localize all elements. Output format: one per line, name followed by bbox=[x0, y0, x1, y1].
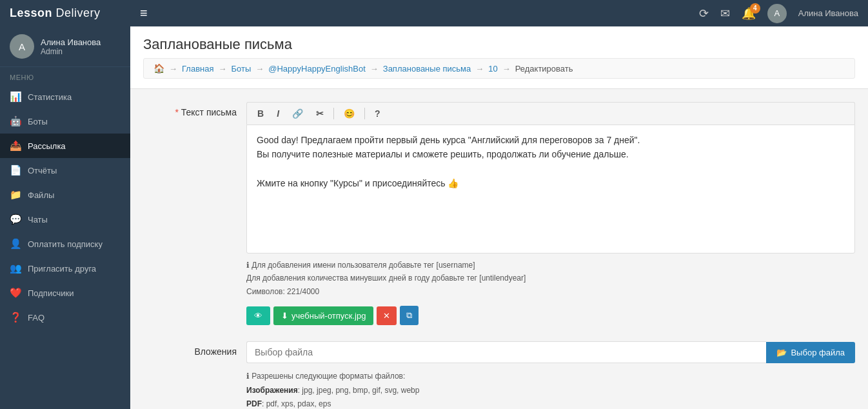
faq-icon: ❓ bbox=[10, 312, 21, 323]
notification-badge: 4 bbox=[750, 3, 760, 14]
sidebar-item-faq[interactable]: ❓ FAQ bbox=[0, 305, 130, 330]
breadcrumb-bot[interactable]: @HappyHappyEnglishBot bbox=[268, 64, 366, 74]
text-label-text: Текст письма bbox=[181, 107, 237, 117]
topnav-icons: ⟳ ✉ 🔔 4 А Алина Иванова bbox=[699, 4, 858, 23]
subscribe-icon: 👤 bbox=[10, 238, 21, 250]
emoji-button[interactable]: 😊 bbox=[339, 106, 360, 121]
bell-icon[interactable]: 🔔 4 bbox=[742, 6, 756, 21]
sidebar-profile-sub: Admin bbox=[41, 47, 101, 56]
text-field-col: B I 🔗 ✂ 😊 ? Good day! Предлагаем пройти … bbox=[246, 102, 855, 328]
cut-button[interactable]: ✂ bbox=[311, 106, 329, 121]
topnav-username[interactable]: Алина Иванова bbox=[798, 8, 858, 18]
mailing-icon: 📤 bbox=[10, 140, 21, 152]
images-row: Изображения: jpg, jpeg, png, bmp, gif, s… bbox=[246, 384, 855, 398]
brand-bold: Lesson bbox=[10, 6, 52, 19]
form-row-attachment: Вложения 📂 Выбор файла ℹ Разрешены следу… bbox=[143, 341, 855, 409]
toolbar-sep-1 bbox=[333, 108, 334, 119]
sidebar-item-reports[interactable]: 📄 Отчёты bbox=[0, 158, 130, 183]
breadcrumb-home-icon: 🏠 bbox=[153, 63, 164, 74]
chats-icon: 💬 bbox=[10, 214, 21, 225]
breadcrumb-bots[interactable]: Боты bbox=[231, 64, 251, 74]
sidebar-item-label: Пригласить друга bbox=[28, 264, 96, 274]
avatar[interactable]: А bbox=[767, 4, 787, 23]
stats-icon: 📊 bbox=[10, 91, 21, 103]
editor-line-2: Вы получите полезные материалы и сможете… bbox=[257, 147, 845, 161]
editor-line-4: Жмите на кнопку "Курсы" и присоединяйтес… bbox=[257, 176, 845, 190]
sidebar-item-label: Оплатить подписку bbox=[28, 239, 103, 249]
sidebar-item-stats[interactable]: 📊 Статистика bbox=[0, 85, 130, 109]
brand-light: Delivery bbox=[52, 6, 101, 19]
attachment-row: 📂 Выбор файла bbox=[246, 341, 855, 363]
copy-button[interactable]: ⧉ bbox=[400, 306, 419, 325]
sidebar-item-invite[interactable]: 👥 Пригласить друга bbox=[0, 256, 130, 281]
breadcrumb-home[interactable]: Главная bbox=[182, 64, 213, 74]
sidebar-profile-name: Алина Иванова bbox=[41, 37, 101, 47]
breadcrumb-scheduled[interactable]: Запланованые письма bbox=[383, 64, 471, 74]
pdf-formats: : pdf, xps, pdax, eps bbox=[262, 399, 331, 408]
images-formats: : jpg, jpeg, png, bmp, gif, svg, webp bbox=[298, 386, 420, 395]
sidebar-menu-label: Меню bbox=[0, 67, 130, 85]
sidebar-item-bots[interactable]: 🤖 Боты bbox=[0, 109, 130, 134]
breadcrumb-current: Редактировать bbox=[515, 64, 573, 74]
sidebar-item-label: Отчёты bbox=[28, 166, 57, 175]
download-file-button[interactable]: ⬇ учебный-отпуск.jpg bbox=[273, 306, 373, 325]
topnav: Lesson Delivery ≡ ⟳ ✉ 🔔 4 А Алина Иванов… bbox=[0, 0, 868, 26]
allowed-formats: ℹ Разрешены следующие форматы файлов: Из… bbox=[246, 370, 855, 409]
text-label: * Текст письма bbox=[143, 102, 246, 328]
folder-icon: 📂 bbox=[776, 348, 787, 357]
bold-button[interactable]: B bbox=[252, 106, 269, 121]
sidebar-item-chats[interactable]: 💬 Чаты bbox=[0, 207, 130, 232]
sidebar-profile: А Алина Иванова Admin bbox=[0, 26, 130, 67]
invite-icon: 👥 bbox=[10, 263, 21, 274]
attachment-label: Вложения bbox=[143, 341, 246, 409]
bots-icon: 🤖 bbox=[10, 115, 21, 127]
attachment-field-col: 📂 Выбор файла ℹ Разрешены следующие форм… bbox=[246, 341, 855, 409]
italic-button[interactable]: I bbox=[271, 106, 284, 121]
eye-icon: 👁 bbox=[254, 311, 262, 321]
brand: Lesson Delivery bbox=[10, 6, 140, 20]
link-button[interactable]: 🔗 bbox=[287, 106, 308, 121]
images-label: Изображения bbox=[246, 386, 298, 395]
pdf-label: PDF bbox=[246, 399, 262, 408]
close-icon: ✕ bbox=[383, 311, 390, 321]
choose-file-button[interactable]: 📂 Выбор файла bbox=[766, 342, 855, 363]
refresh-icon[interactable]: ⟳ bbox=[699, 6, 709, 21]
sidebar-item-mailing[interactable]: 📤 Рассылка bbox=[0, 134, 130, 158]
sidebar-item-label: FAQ bbox=[28, 313, 44, 323]
sidebar-item-files[interactable]: 📁 Файлы bbox=[0, 183, 130, 207]
hint-3: Символов: 221/4000 bbox=[246, 285, 855, 298]
allowed-title: ℹ Разрешены следующие форматы файлов: bbox=[246, 370, 855, 384]
sidebar-item-label: Чаты bbox=[28, 215, 48, 224]
attachment-input[interactable] bbox=[246, 341, 766, 363]
remove-file-button[interactable]: ✕ bbox=[377, 306, 397, 325]
sidebar-item-label: Боты bbox=[28, 117, 48, 126]
editor-hints: ℹ Для добавления имени пользователя доба… bbox=[246, 259, 855, 298]
hint-1: ℹ Для добавления имени пользователя доба… bbox=[246, 259, 855, 272]
sidebar-item-label: Файлы bbox=[28, 190, 54, 200]
sidebar: А Алина Иванова Admin Меню 📊 Статистика … bbox=[0, 26, 130, 409]
breadcrumb-id[interactable]: 10 bbox=[488, 64, 497, 74]
pdf-row: PDF: pdf, xps, pdax, eps bbox=[246, 397, 855, 409]
subscribers-icon: ❤️ bbox=[10, 287, 21, 299]
page-title: Запланованые письма bbox=[143, 36, 855, 53]
sidebar-item-subscribers[interactable]: ❤️ Подписчики bbox=[0, 281, 130, 305]
sidebar-avatar: А bbox=[10, 34, 34, 59]
editor-toolbar: B I 🔗 ✂ 😊 ? bbox=[246, 102, 855, 125]
sidebar-item-label: Статистика bbox=[28, 92, 72, 102]
breadcrumb: 🏠 → Главная → Боты → @HappyHappyEnglishB… bbox=[143, 58, 855, 79]
choose-file-label: Выбор файла bbox=[791, 348, 845, 357]
mail-icon[interactable]: ✉ bbox=[720, 6, 730, 21]
sidebar-profile-info: Алина Иванова Admin bbox=[41, 37, 101, 56]
editor-body[interactable]: Good day! Предлагаем пройти первый день … bbox=[246, 125, 855, 254]
copy-icon: ⧉ bbox=[406, 310, 412, 320]
hamburger-icon[interactable]: ≡ bbox=[140, 6, 148, 21]
sidebar-item-subscribe[interactable]: 👤 Оплатить подписку bbox=[0, 232, 130, 256]
help-button[interactable]: ? bbox=[370, 106, 386, 121]
form-row-text: * Текст письма B I 🔗 ✂ 😊 ? Good day! Пр bbox=[143, 102, 855, 328]
preview-button[interactable]: 👁 bbox=[246, 306, 270, 325]
toolbar-sep-2 bbox=[364, 108, 365, 119]
page-header: Запланованые письма 🏠 → Главная → Боты →… bbox=[130, 26, 868, 89]
reports-icon: 📄 bbox=[10, 165, 21, 176]
required-marker: * bbox=[175, 107, 178, 117]
download-icon: ⬇ bbox=[281, 311, 288, 321]
